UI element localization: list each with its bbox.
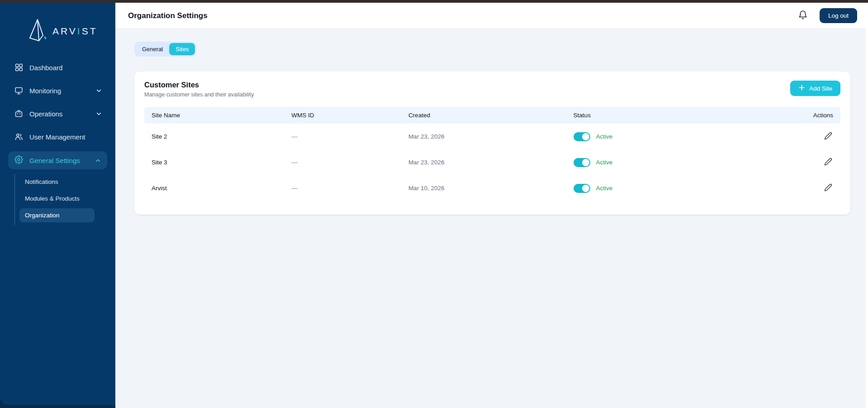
- sidebar: ARVIST Dashboard Monitoring: [0, 3, 115, 405]
- status-toggle[interactable]: [574, 184, 590, 193]
- col-status: Status: [566, 107, 803, 124]
- site-name-cell: Site 3: [144, 149, 284, 175]
- table-row: Site 2 — Mar 23, 2026 Active: [144, 124, 840, 149]
- wms-id-cell: —: [284, 175, 401, 201]
- card-title: Customer Sites: [144, 81, 254, 89]
- users-icon: [14, 132, 23, 142]
- chevron-down-icon: [96, 88, 102, 94]
- content-area: General Sites Customer Sites Manage cust…: [115, 29, 868, 215]
- edit-site-button[interactable]: [823, 158, 833, 167]
- sidebar-item-label: User Management: [29, 133, 85, 141]
- pencil-icon: [824, 186, 832, 193]
- add-site-label: Add Site: [809, 85, 832, 92]
- pencil-icon: [824, 134, 832, 141]
- briefcase-icon: [14, 109, 23, 119]
- col-actions: Actions: [803, 107, 840, 124]
- status-badge: Active: [596, 185, 613, 192]
- tab-general[interactable]: General: [136, 43, 169, 55]
- customer-sites-card: Customer Sites Manage customer sites and…: [134, 72, 850, 215]
- grid-icon: [14, 63, 23, 73]
- sidebar-item-user-management[interactable]: User Management: [0, 125, 115, 149]
- sidebar-item-label: General Settings: [29, 157, 80, 164]
- col-site-name: Site Name: [144, 107, 284, 124]
- sites-table: Site Name WMS ID Created Status Actions …: [144, 107, 840, 201]
- col-created: Created: [401, 107, 566, 124]
- sidebar-item-operations[interactable]: Operations: [0, 102, 115, 125]
- scrollbar-track[interactable]: [866, 3, 868, 408]
- bell-icon: [798, 10, 808, 21]
- sidebar-subitem-notifications[interactable]: Notifications: [19, 175, 95, 189]
- edit-site-button[interactable]: [823, 183, 833, 193]
- sidebar-item-monitoring[interactable]: Monitoring: [0, 79, 115, 102]
- monitor-icon: [14, 86, 23, 96]
- general-settings-submenu: Notifications Modules & Products Organiz…: [14, 174, 115, 225]
- sidebar-item-general-settings[interactable]: General Settings: [8, 151, 107, 169]
- sidebar-item-label: Dashboard: [29, 64, 62, 72]
- created-cell: Mar 23, 2026: [401, 149, 566, 175]
- table-row: Arvist — Mar 10, 2026 Active: [144, 175, 840, 201]
- sidebar-item-label: Operations: [29, 110, 62, 118]
- page-title: Organization Settings: [128, 11, 208, 20]
- brand-logo: ARVIST: [0, 3, 115, 56]
- site-name-cell: Arvist: [144, 175, 284, 201]
- status-badge: Active: [596, 133, 613, 140]
- window-top-strip: [0, 0, 868, 3]
- sidebar-item-label: Monitoring: [29, 87, 61, 95]
- status-badge: Active: [596, 159, 613, 166]
- gear-icon: [14, 155, 23, 165]
- table-header-row: Site Name WMS ID Created Status Actions: [144, 107, 840, 124]
- status-toggle[interactable]: [574, 132, 590, 141]
- sidebar-subitem-organization[interactable]: Organization: [19, 208, 95, 222]
- status-toggle[interactable]: [574, 158, 590, 167]
- site-name-cell: Site 2: [144, 124, 284, 149]
- created-cell: Mar 10, 2026: [401, 175, 566, 201]
- chevron-down-icon: [96, 111, 102, 117]
- tab-sites[interactable]: Sites: [169, 43, 195, 55]
- page-header: Organization Settings Log out: [115, 3, 868, 29]
- col-wms-id: WMS ID: [284, 107, 401, 124]
- edit-site-button[interactable]: [823, 132, 833, 141]
- add-site-button[interactable]: Add Site: [790, 81, 840, 96]
- card-subtitle: Manage customer sites and their availabi…: [144, 91, 254, 98]
- table-row: Site 3 — Mar 23, 2026 Active: [144, 149, 840, 175]
- main-area: Organization Settings Log out General Si…: [115, 3, 868, 408]
- arvist-pyramid-icon: [27, 18, 48, 44]
- wms-id-cell: —: [284, 124, 401, 149]
- wms-id-cell: —: [284, 149, 401, 175]
- plus-icon: [798, 84, 805, 92]
- pencil-icon: [824, 160, 832, 167]
- sidebar-item-dashboard[interactable]: Dashboard: [0, 56, 115, 79]
- brand-name: ARVIST: [52, 26, 98, 37]
- notifications-bell-button[interactable]: [798, 10, 808, 21]
- sidebar-subitem-modules-products[interactable]: Modules & Products: [19, 192, 95, 206]
- chevron-up-icon: [95, 158, 101, 163]
- settings-tabs: General Sites: [134, 42, 196, 57]
- logout-button[interactable]: Log out: [820, 8, 857, 23]
- created-cell: Mar 23, 2026: [401, 124, 566, 149]
